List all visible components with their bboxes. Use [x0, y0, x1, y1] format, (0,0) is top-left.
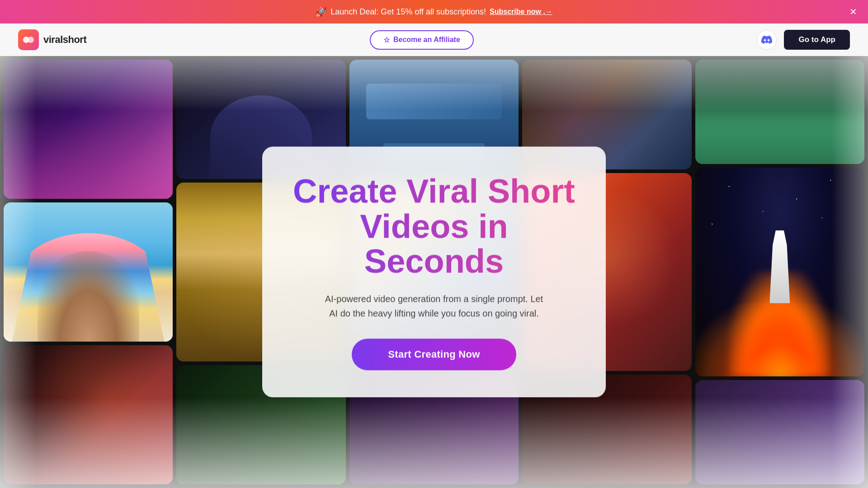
video-col-1	[4, 60, 173, 484]
hero-subtitle: AI-powered video generation from a singl…	[321, 292, 547, 321]
video-tile-5-3	[695, 380, 864, 484]
hero-title: Create Viral Short Videos in Seconds	[289, 174, 579, 279]
video-tile-1-2	[4, 202, 173, 342]
video-tile-5-1	[695, 60, 864, 164]
logo[interactable]: viralshort	[18, 29, 86, 50]
banner-text: Launch Deal: Get 15% off all subscriptio…	[330, 7, 486, 17]
rocket-icon: 🚀	[316, 6, 327, 17]
star-icon: ☆	[383, 36, 390, 44]
video-col-5	[695, 60, 864, 484]
main-content: Create Viral Short Videos in Seconds AI-…	[0, 56, 868, 488]
subscribe-link[interactable]: Subscribe now ,→	[490, 8, 552, 16]
hero-card: Create Viral Short Videos in Seconds AI-…	[262, 146, 606, 397]
navbar: viralshort ☆ Become an Affiliate Go to A…	[0, 23, 868, 56]
nav-center: ☆ Become an Affiliate	[370, 30, 474, 50]
affiliate-button[interactable]: ☆ Become an Affiliate	[370, 30, 474, 50]
go-to-app-button[interactable]: Go to App	[784, 30, 850, 50]
discord-button[interactable]	[757, 30, 777, 50]
video-tile-1-3	[4, 345, 173, 484]
promo-banner: 🚀 Launch Deal: Get 15% off all subscript…	[0, 0, 868, 23]
nav-right: Go to App	[757, 30, 850, 50]
svg-point-1	[28, 37, 34, 43]
video-tile-5-2	[695, 168, 864, 376]
start-creating-button[interactable]: Start Creating Now	[352, 339, 516, 371]
banner-close-button[interactable]: ✕	[849, 6, 857, 17]
logo-icon	[18, 29, 39, 50]
logo-text: viralshort	[43, 34, 86, 46]
video-tile-1-1	[4, 60, 173, 199]
